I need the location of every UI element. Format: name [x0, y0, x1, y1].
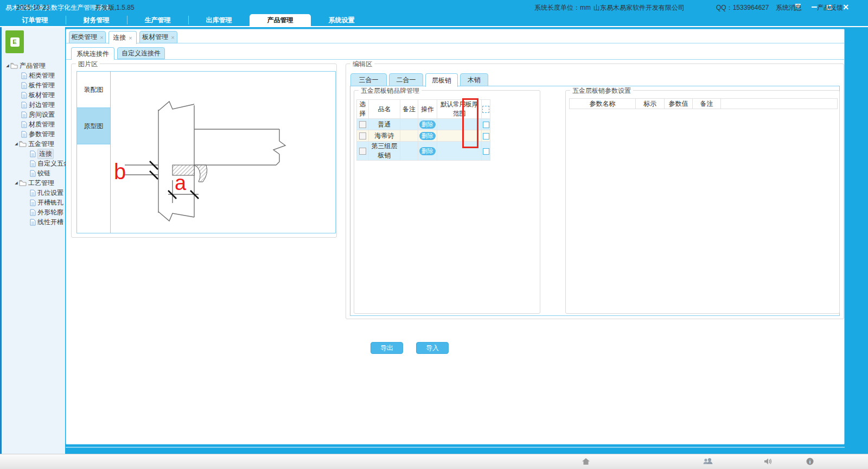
document-icon	[21, 131, 27, 138]
svg-text:i: i	[809, 459, 811, 465]
sidebar-item-room-settings[interactable]: 房间设置	[2, 110, 65, 119]
status-date: 2025-10-23	[16, 0, 49, 15]
tab-shelf-pin[interactable]: 层板销	[425, 73, 458, 87]
brand-note	[400, 130, 418, 142]
close-icon[interactable]: ×	[100, 34, 103, 41]
sidebar-item-hinge[interactable]: 铰链	[2, 168, 65, 178]
status-messages[interactable]: 系统消息	[776, 0, 802, 15]
menu-system-settings[interactable]: 系统设置	[311, 14, 372, 26]
sidebar-item-hole-settings[interactable]: 孔位设置	[2, 188, 65, 198]
app-logo: E	[5, 30, 24, 53]
folder-icon	[19, 180, 27, 186]
picture-area-title: 图片区	[76, 60, 100, 69]
tab-custom-connectors[interactable]: 自定义连接件	[117, 47, 165, 59]
status-qq[interactable]: QQ：1533964627	[716, 0, 769, 15]
sidebar-item-material-management[interactable]: 材质管理	[2, 119, 65, 129]
expander-icon[interactable]: ◢	[14, 142, 19, 146]
row-flag-checkbox[interactable]	[483, 148, 489, 155]
row-select-checkbox[interactable]	[359, 148, 366, 155]
tab-board-management[interactable]: 板材管理×	[139, 31, 177, 43]
document-icon	[30, 209, 36, 216]
document-icon	[30, 170, 36, 177]
menu-order-management[interactable]: 订单管理	[4, 14, 66, 26]
tab-three-in-one[interactable]: 三合一	[350, 73, 387, 86]
tab-cabinet-management[interactable]: 柜类管理×	[69, 31, 106, 43]
delete-button[interactable]: 删除	[419, 147, 436, 155]
speaker-icon	[764, 458, 773, 467]
sidebar-item-linear-groove[interactable]: 线性开槽	[2, 217, 65, 227]
import-button[interactable]: 导入	[416, 342, 449, 354]
col-note: 备注	[693, 99, 721, 109]
tab-two-in-one[interactable]: 二合一	[389, 73, 423, 86]
row-select-checkbox[interactable]	[359, 132, 366, 140]
info-icon: i	[806, 458, 814, 467]
row-flag-checkbox[interactable]	[483, 133, 489, 140]
qq-users-icon	[703, 458, 713, 466]
drawing-canvas: b a	[111, 72, 335, 233]
brand-name: 普通	[369, 119, 400, 130]
document-icon	[30, 150, 36, 157]
menu-finance-management[interactable]: 财务管理	[66, 14, 127, 26]
col-select: 选择	[357, 100, 369, 119]
document-icon	[30, 219, 36, 226]
sidebar-item-hardware-management[interactable]: ◢五金管理	[2, 139, 65, 149]
menu-product-management[interactable]: 产品管理	[250, 14, 311, 27]
sidebar-item-parameter-management[interactable]: 参数管理	[2, 129, 65, 139]
view-assembly-drawing[interactable]: 装配图	[77, 72, 110, 108]
col-parameter-name: 参数名称	[570, 99, 636, 109]
tab-wood-dowel[interactable]: 木销	[460, 73, 488, 86]
brand-name: 第三组层板销	[369, 142, 400, 161]
view-prototype-drawing[interactable]: 原型图	[77, 108, 110, 144]
sidebar-item-board-management[interactable]: 板材管理	[2, 90, 65, 100]
picture-area-groupbox: 图片区 装配图 原型图	[71, 64, 337, 238]
status-bar	[0, 454, 868, 469]
sidebar-item-process-management[interactable]: ◢工艺管理	[2, 178, 65, 188]
sidebar-item-edge-banding[interactable]: 封边管理	[2, 100, 65, 110]
sidebar-item-product-management[interactable]: ◢产品管理	[2, 61, 65, 71]
sidebar-item-connection[interactable]: 连接	[2, 149, 65, 159]
status-feedback[interactable]: 产品反馈	[817, 0, 843, 15]
close-icon[interactable]: ×	[171, 34, 174, 41]
col-header-checkbox	[482, 100, 490, 119]
col-mark: 标示	[636, 99, 665, 109]
status-unit: 系统长度单位：mm	[534, 0, 591, 15]
editor-area-title: 编辑区	[350, 60, 374, 69]
col-note: 备注	[400, 100, 418, 119]
export-button[interactable]: 导出	[371, 342, 403, 354]
brand-management-groupbox: 五金层板销品牌管理 选择 品名 备注 操作 默认常用板厚范围 普通 删除 海蒂诗…	[354, 90, 540, 314]
col-empty	[721, 99, 838, 109]
document-icon	[30, 199, 36, 206]
document-icon	[21, 121, 27, 128]
tab-connection[interactable]: 连接×	[108, 31, 137, 44]
logo-letter: E	[10, 37, 20, 47]
menu-outbound-management[interactable]: 出库管理	[188, 14, 250, 26]
delete-button[interactable]: 删除	[419, 132, 436, 140]
delete-button[interactable]: 删除	[419, 121, 436, 129]
row-select-checkbox[interactable]	[359, 121, 366, 128]
expander-icon[interactable]: ◢	[14, 181, 19, 185]
brand-name: 海蒂诗	[369, 130, 400, 142]
param-panel-title: 五金层板销参数设置	[570, 86, 633, 96]
row-flag-checkbox[interactable]	[483, 122, 489, 128]
expander-icon[interactable]: ◢	[5, 64, 10, 68]
header-checkbox[interactable]	[482, 106, 489, 113]
tab-system-connectors[interactable]: 系统连接件	[71, 47, 114, 60]
sidebar-item-groove-milling[interactable]: 开槽铣孔	[2, 198, 65, 207]
panel-bottom-line	[66, 447, 845, 448]
joint-diagram: b a	[111, 72, 335, 233]
parameter-settings-groupbox: 五金层板销参数设置 参数名称 标示 参数值 备注	[565, 90, 840, 314]
doc-tab-separator	[66, 43, 844, 43]
dimension-label-b: b	[114, 160, 126, 183]
picture-inner-box: 装配图 原型图	[76, 71, 336, 233]
folder-icon	[10, 62, 18, 69]
sidebar-item-cabinet-management[interactable]: 柜类管理	[2, 71, 65, 80]
sidebar-item-panel-management[interactable]: 板件管理	[2, 80, 65, 90]
document-icon	[30, 160, 36, 167]
menu-production-management[interactable]: 生产管理	[127, 14, 188, 26]
folder-icon	[19, 141, 27, 147]
sidebar-tree: ◢产品管理 柜类管理 板件管理 板材管理 封边管理 房间设置 材质管理 参数管理…	[2, 61, 65, 227]
sidebar-item-outline-contour[interactable]: 外形轮廓	[2, 207, 65, 217]
col-action: 操作	[418, 100, 437, 119]
sidebar-item-custom-hardware[interactable]: 自定义五金	[2, 159, 65, 168]
close-icon[interactable]: ×	[129, 35, 132, 41]
